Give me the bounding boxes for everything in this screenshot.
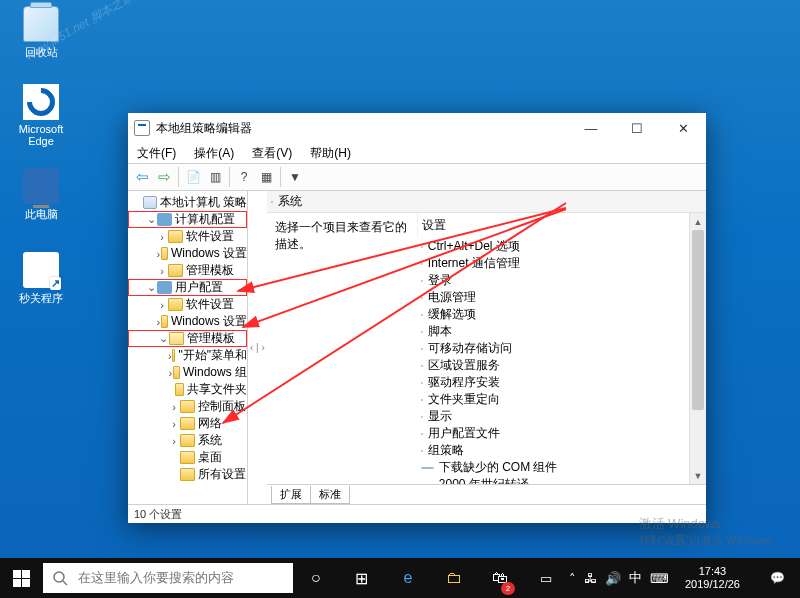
folder-icon xyxy=(161,247,168,260)
start-button[interactable] xyxy=(0,558,43,598)
tree-item[interactable]: 桌面 xyxy=(128,449,247,466)
vertical-scrollbar[interactable]: ▲ ▼ xyxy=(689,213,706,484)
tree-admin-templates[interactable]: ⌄管理模板 xyxy=(128,330,247,347)
tree-label: 管理模板 xyxy=(187,330,235,347)
tree-item[interactable]: ›软件设置 xyxy=(128,228,247,245)
tree-label: 软件设置 xyxy=(186,228,234,245)
window-body: 本地计算机 策略 ⌄计算机配置 ›软件设置 ›Windows 设置 ›管理模板 … xyxy=(128,191,706,505)
network-icon[interactable]: 🖧 xyxy=(584,571,597,586)
folder-icon xyxy=(173,366,180,379)
tree-item[interactable]: ›管理模板 xyxy=(128,262,247,279)
tree-label: "开始"菜单和 xyxy=(178,347,247,364)
folder-open-icon xyxy=(169,332,184,345)
folder-icon xyxy=(172,349,176,362)
tray-chevron-up-icon[interactable]: ˄ xyxy=(569,571,576,586)
tree-item[interactable]: ›Windows 组 xyxy=(128,364,247,381)
properties-button[interactable]: ▦ xyxy=(255,166,277,188)
tree-computer-config[interactable]: ⌄计算机配置 xyxy=(128,211,247,228)
tree-label: 计算机配置 xyxy=(175,211,235,228)
forward-button[interactable]: ⇨ xyxy=(153,166,175,188)
tree-root[interactable]: 本地计算机 策略 xyxy=(128,194,247,211)
task-view-icon[interactable]: ⊞ xyxy=(339,558,385,598)
tree-system[interactable]: ›系统 xyxy=(128,432,247,449)
minimize-button[interactable]: — xyxy=(568,113,614,143)
maximize-button[interactable]: ☐ xyxy=(614,113,660,143)
scroll-up-button[interactable]: ▲ xyxy=(690,213,706,230)
folder-icon xyxy=(180,468,195,481)
close-button[interactable]: ✕ xyxy=(660,113,706,143)
titlebar[interactable]: 本地组策略编辑器 — ☐ ✕ xyxy=(128,113,706,143)
item-label: 电源管理 xyxy=(428,289,476,306)
list-item[interactable]: 脚本 xyxy=(417,323,706,340)
store-taskbar-icon[interactable]: 🛍2 xyxy=(477,558,523,598)
tree-item[interactable]: ›Windows 设置 xyxy=(128,313,247,330)
toolbar-separator xyxy=(178,167,179,187)
notifications-button[interactable]: 💬 xyxy=(756,558,798,598)
setting-icon xyxy=(421,467,434,469)
setting-icon xyxy=(421,484,434,485)
list-item[interactable]: 区域设置服务 xyxy=(417,357,706,374)
scroll-thumb[interactable] xyxy=(692,230,704,410)
tree-item[interactable]: ›控制面板 xyxy=(128,398,247,415)
list-item[interactable]: 电源管理 xyxy=(417,289,706,306)
scroll-down-button[interactable]: ▼ xyxy=(690,467,706,484)
help-button[interactable]: ? xyxy=(233,166,255,188)
user-icon xyxy=(157,281,172,294)
list-item[interactable]: 下载缺少的 COM 组件 xyxy=(417,459,706,476)
splitter[interactable]: ‹ | › xyxy=(248,191,267,504)
activation-title: 激活 Windows xyxy=(639,515,783,533)
tab-extended[interactable]: 扩展 xyxy=(271,486,311,504)
tabs: 扩展 标准 xyxy=(267,484,706,504)
menu-help[interactable]: 帮助(H) xyxy=(306,143,355,164)
tree-item[interactable]: ›软件设置 xyxy=(128,296,247,313)
show-hide-tree-button[interactable]: ▥ xyxy=(204,166,226,188)
description-pane: 选择一个项目来查看它的描述。 xyxy=(267,213,417,484)
system-tray: ˄ 🖧 🔊 中 ⌨ 17:43 2019/12/26 💬 xyxy=(569,558,800,598)
list-item[interactable]: 缓解选项 xyxy=(417,306,706,323)
filter-button[interactable]: ▼ xyxy=(284,166,306,188)
list-item[interactable]: 文件夹重定向 xyxy=(417,391,706,408)
item-label: 文件夹重定向 xyxy=(428,391,500,408)
tree-item[interactable]: 共享文件夹 xyxy=(128,381,247,398)
desktop-shortcut[interactable]: 秒关程序 xyxy=(13,252,69,306)
folder-icon xyxy=(421,382,423,384)
column-header-settings[interactable]: 设置 xyxy=(417,213,706,238)
search-box[interactable]: 在这里输入你要搜索的内容 xyxy=(43,563,293,593)
folder-icon xyxy=(168,264,183,277)
list-item[interactable]: Internet 通信管理 xyxy=(417,255,706,272)
desktop-this-pc[interactable]: 此电脑 xyxy=(13,168,69,222)
menu-file[interactable]: 文件(F) xyxy=(133,143,180,164)
list-item[interactable]: Ctrl+Alt+Del 选项 xyxy=(417,238,706,255)
list-item[interactable]: 组策略 xyxy=(417,442,706,459)
list-item[interactable]: 驱动程序安装 xyxy=(417,374,706,391)
up-button[interactable]: 📄 xyxy=(182,166,204,188)
item-label: 下载缺少的 COM 组件 xyxy=(439,459,558,476)
clock[interactable]: 17:43 2019/12/26 xyxy=(677,565,748,591)
tree-item[interactable]: ›Windows 设置 xyxy=(128,245,247,262)
item-label: 显示 xyxy=(428,408,452,425)
tree-item[interactable]: 所有设置 xyxy=(128,466,247,483)
list-item[interactable]: 显示 xyxy=(417,408,706,425)
gpedit-taskbar-icon[interactable]: ▭ xyxy=(523,558,569,598)
tree-item[interactable]: ›网络 xyxy=(128,415,247,432)
back-button[interactable]: ⇦ xyxy=(131,166,153,188)
volume-icon[interactable]: 🔊 xyxy=(605,571,621,586)
tab-standard[interactable]: 标准 xyxy=(310,486,350,504)
list-item[interactable]: 2000 年世纪转译 xyxy=(417,476,706,484)
menu-view[interactable]: 查看(V) xyxy=(248,143,296,164)
shortcut-label: 秒关程序 xyxy=(19,291,63,306)
menu-action[interactable]: 操作(A) xyxy=(190,143,238,164)
ime-icon[interactable]: ⌨ xyxy=(650,571,669,586)
tree-label: Windows 设置 xyxy=(171,313,247,330)
desktop-edge[interactable]: Microsoft Edge xyxy=(13,84,69,147)
tree-user-config[interactable]: ⌄用户配置 xyxy=(128,279,247,296)
cortana-icon[interactable]: ○ xyxy=(293,558,339,598)
explorer-taskbar-icon[interactable]: 🗀 xyxy=(431,558,477,598)
edge-taskbar-icon[interactable]: e xyxy=(385,558,431,598)
menubar: 文件(F) 操作(A) 查看(V) 帮助(H) xyxy=(128,143,706,163)
list-item[interactable]: 登录 xyxy=(417,272,706,289)
tree-item[interactable]: ›"开始"菜单和 xyxy=(128,347,247,364)
list-item[interactable]: 用户配置文件 xyxy=(417,425,706,442)
ime-indicator[interactable]: 中 xyxy=(629,569,642,587)
list-item[interactable]: 可移动存储访问 xyxy=(417,340,706,357)
